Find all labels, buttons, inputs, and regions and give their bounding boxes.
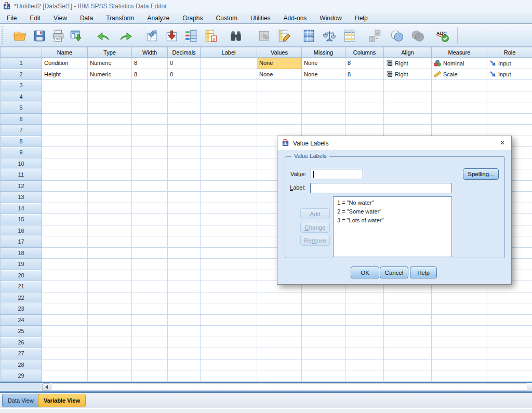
empty-cell[interactable]: [42, 259, 88, 270]
empty-cell[interactable]: [384, 292, 432, 303]
empty-cell[interactable]: [345, 303, 384, 315]
empty-cell[interactable]: [345, 314, 384, 326]
empty-cell[interactable]: [132, 80, 168, 91]
empty-cell[interactable]: [168, 247, 201, 259]
empty-cell[interactable]: [257, 348, 302, 359]
empty-cell[interactable]: [132, 203, 168, 214]
row-header-20[interactable]: 20: [1, 270, 42, 281]
empty-cell[interactable]: [42, 337, 88, 348]
empty-cell[interactable]: [132, 281, 168, 292]
empty-cell[interactable]: [487, 326, 532, 337]
empty-cell[interactable]: [168, 292, 201, 303]
row-header-28[interactable]: 28: [1, 359, 42, 370]
empty-cell[interactable]: [88, 203, 132, 214]
value-input[interactable]: [311, 169, 363, 179]
empty-cell[interactable]: [88, 192, 132, 203]
row-header-4[interactable]: 4: [1, 91, 42, 102]
column-header-columns[interactable]: Columns: [345, 47, 384, 58]
menu-item-utilities[interactable]: Utilities: [246, 13, 275, 23]
recall-dialogs-icon[interactable]: [68, 28, 84, 44]
row-header-17[interactable]: 17: [1, 236, 42, 248]
empty-cell[interactable]: [201, 136, 257, 147]
empty-cell[interactable]: [257, 326, 302, 337]
empty-cell[interactable]: [88, 158, 132, 169]
empty-cell[interactable]: [132, 292, 168, 303]
row-header-25[interactable]: 25: [1, 326, 42, 337]
cell-values[interactable]: None: [257, 69, 302, 80]
empty-cell[interactable]: [302, 102, 345, 114]
empty-cell[interactable]: [384, 91, 432, 102]
empty-cell[interactable]: [88, 180, 132, 192]
empty-cell[interactable]: [132, 125, 168, 136]
empty-cell[interactable]: [88, 136, 132, 147]
empty-cell[interactable]: [88, 113, 132, 125]
empty-cell[interactable]: [302, 326, 345, 337]
column-header-label[interactable]: Label: [201, 47, 257, 58]
empty-cell[interactable]: [168, 314, 201, 326]
cell-label[interactable]: [201, 69, 257, 80]
empty-cell[interactable]: [302, 91, 345, 102]
empty-cell[interactable]: [345, 91, 384, 102]
empty-cell[interactable]: [42, 370, 88, 382]
empty-cell[interactable]: [201, 102, 257, 114]
empty-cell[interactable]: [257, 102, 302, 114]
empty-cell[interactable]: [302, 337, 345, 348]
column-header-measure[interactable]: Measure: [432, 47, 487, 58]
empty-cell[interactable]: [42, 225, 88, 236]
empty-cell[interactable]: [345, 102, 384, 114]
empty-cell[interactable]: [42, 314, 88, 326]
empty-cell[interactable]: [42, 125, 88, 136]
empty-cell[interactable]: [88, 337, 132, 348]
empty-cell[interactable]: [42, 359, 88, 370]
cell-width[interactable]: 8: [132, 69, 168, 80]
empty-cell[interactable]: [132, 359, 168, 370]
empty-cell[interactable]: [132, 326, 168, 337]
empty-cell[interactable]: [42, 281, 88, 292]
empty-cell[interactable]: [132, 180, 168, 192]
empty-cell[interactable]: [168, 158, 201, 169]
empty-cell[interactable]: [168, 147, 201, 158]
row-header-1[interactable]: 1: [1, 58, 42, 69]
empty-cell[interactable]: [42, 292, 88, 303]
empty-cell[interactable]: [168, 303, 201, 315]
empty-cell[interactable]: [487, 370, 532, 382]
empty-cell[interactable]: [432, 337, 487, 348]
empty-cell[interactable]: [345, 359, 384, 370]
scroll-left-arrow[interactable]: [42, 383, 50, 391]
cell-name[interactable]: Condition: [42, 58, 88, 69]
empty-cell[interactable]: [42, 203, 88, 214]
empty-cell[interactable]: [384, 326, 432, 337]
empty-cell[interactable]: [201, 303, 257, 315]
tab-variable-view[interactable]: Variable View: [38, 394, 86, 407]
descriptive-statistics-icon[interactable]: μ: [203, 28, 219, 44]
row-header-6[interactable]: 6: [1, 113, 42, 125]
empty-cell[interactable]: [201, 292, 257, 303]
empty-cell[interactable]: [201, 359, 257, 370]
menu-item-help[interactable]: Help: [350, 13, 373, 23]
column-header-type[interactable]: Type: [88, 47, 132, 58]
row-header-9[interactable]: 9: [1, 147, 42, 158]
use-variable-sets-icon[interactable]: [389, 28, 405, 44]
weight-cases-icon[interactable]: [321, 28, 338, 44]
empty-cell[interactable]: [432, 91, 487, 102]
menu-item-data[interactable]: Data: [75, 13, 98, 23]
empty-cell[interactable]: [487, 303, 532, 315]
empty-cell[interactable]: [201, 236, 257, 248]
cancel-button[interactable]: Cancel: [380, 267, 408, 278]
row-header-23[interactable]: 23: [1, 303, 42, 315]
empty-cell[interactable]: [88, 91, 132, 102]
empty-cell[interactable]: [88, 169, 132, 181]
row-header-18[interactable]: 18: [1, 247, 42, 259]
empty-cell[interactable]: [168, 236, 201, 248]
empty-cell[interactable]: [257, 359, 302, 370]
redo-icon[interactable]: [117, 28, 134, 44]
row-header-7[interactable]: 7: [1, 125, 42, 136]
row-header-14[interactable]: 14: [1, 203, 42, 214]
empty-cell[interactable]: [257, 113, 302, 125]
empty-cell[interactable]: [132, 259, 168, 270]
empty-cell[interactable]: [42, 169, 88, 181]
empty-cell[interactable]: [384, 80, 432, 91]
empty-cell[interactable]: [88, 281, 132, 292]
row-header-29[interactable]: 29: [1, 370, 42, 382]
empty-cell[interactable]: [88, 225, 132, 236]
